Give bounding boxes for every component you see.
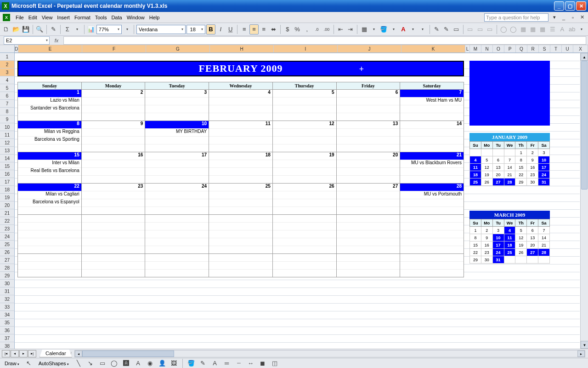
calendar-day-cell[interactable] xyxy=(209,254,273,277)
rectangle-button[interactable]: ▭ xyxy=(97,358,107,368)
mini-day-cell[interactable]: 21 xyxy=(504,171,515,178)
col-o[interactable]: O xyxy=(493,45,504,52)
row-7[interactable]: 7 xyxy=(0,100,15,108)
calendar-day-cell[interactable]: 14 xyxy=(400,121,464,152)
comma-button[interactable]: , xyxy=(303,24,311,34)
fill-color-dropdown[interactable]: ▾ xyxy=(389,24,398,34)
formula-input[interactable] xyxy=(63,36,586,45)
calendar-day-cell[interactable]: 11 xyxy=(209,121,273,152)
col-m[interactable]: M xyxy=(470,45,481,52)
mini-day-cell[interactable]: 8 xyxy=(470,234,481,242)
wordart-button[interactable]: A xyxy=(133,358,143,368)
workbook-icon[interactable]: X xyxy=(3,14,10,21)
mini-day-cell[interactable] xyxy=(481,149,492,156)
calendar-day-cell[interactable]: 7West Ham vs MU xyxy=(400,90,464,121)
mini-day-cell[interactable] xyxy=(515,256,527,264)
mini-day-cell[interactable]: 2 xyxy=(481,227,492,234)
mini-day-cell[interactable]: 14 xyxy=(538,234,550,242)
mini-day-cell[interactable] xyxy=(492,149,504,156)
mini-day-cell[interactable]: 12 xyxy=(481,164,492,171)
mini-day-cell[interactable] xyxy=(504,149,515,156)
row-37[interactable]: 37 xyxy=(0,334,15,342)
calendar-day-cell[interactable]: 22Milan vs CagliariBarcelona vs Espanyol xyxy=(18,184,82,215)
mini-day-cell[interactable]: 24 xyxy=(538,171,550,178)
fx-icon[interactable]: fx xyxy=(50,38,63,43)
mini-day-cell[interactable]: 4 xyxy=(470,156,481,164)
sheet-tab-calendar[interactable]: Calendar xyxy=(40,350,72,357)
currency-button[interactable]: $ xyxy=(283,24,292,34)
row-32[interactable]: 32 xyxy=(0,295,15,303)
calendar-day-cell[interactable]: 26 xyxy=(272,184,336,215)
calendar-day-cell[interactable]: 20 xyxy=(336,152,400,184)
fillcolor-draw-button[interactable]: 🪣 xyxy=(186,358,196,368)
mini-day-cell[interactable]: 9 xyxy=(527,156,538,164)
mini-day-cell[interactable]: 11 xyxy=(470,164,481,171)
calendar-day-cell[interactable]: 18 xyxy=(209,152,273,184)
row-29[interactable]: 29 xyxy=(0,272,15,280)
mini-day-cell[interactable]: 31 xyxy=(538,178,550,186)
calendar-day-cell[interactable]: 21MU vs Blackburn Rovers xyxy=(400,152,464,184)
menu-view[interactable]: View xyxy=(42,15,53,20)
mini-day-cell[interactable]: 29 xyxy=(470,256,481,264)
mini-day-cell[interactable]: 5 xyxy=(481,156,492,164)
mini-day-cell[interactable]: 31 xyxy=(492,256,504,264)
shadow-button[interactable]: ◼ xyxy=(258,358,268,368)
mini-day-cell[interactable]: 4 xyxy=(504,227,515,234)
horizontal-scrollbar[interactable]: ◂ ▸ xyxy=(74,350,585,357)
underline-button[interactable]: U xyxy=(226,24,235,34)
mini-day-cell[interactable] xyxy=(470,149,481,156)
row-21[interactable]: 21 xyxy=(0,209,15,217)
review-btn-3[interactable]: ▭ xyxy=(452,24,461,34)
row-17[interactable]: 17 xyxy=(0,178,15,186)
calendar-day-cell[interactable]: 25 xyxy=(209,184,273,215)
calendar-day-cell[interactable] xyxy=(272,215,336,254)
calendar-title-banner[interactable]: FEBRUARY 2009 + xyxy=(17,61,464,76)
mini-day-cell[interactable]: 3 xyxy=(492,227,504,234)
font-select[interactable]: Verdana xyxy=(136,25,186,34)
mini-day-cell[interactable]: 7 xyxy=(504,156,515,164)
mini-day-cell[interactable]: 22 xyxy=(470,249,481,256)
row-22[interactable]: 22 xyxy=(0,217,15,225)
linecolor-button[interactable]: ✎ xyxy=(198,358,208,368)
decrease-decimal-button[interactable]: .00 xyxy=(322,24,331,34)
mini-day-cell[interactable]: 19 xyxy=(515,242,527,249)
col-e[interactable]: E xyxy=(18,45,82,52)
linestyle-button[interactable]: ═ xyxy=(222,358,232,368)
mini-day-cell[interactable]: 24 xyxy=(492,249,504,256)
calendar-day-cell[interactable] xyxy=(81,215,145,254)
row-15[interactable]: 15 xyxy=(0,162,15,170)
font-color-dropdown[interactable]: ▾ xyxy=(408,24,417,34)
row-headers[interactable]: 1234567891011121314151617181920212223242… xyxy=(0,53,15,349)
align-center-button[interactable]: ≡ xyxy=(249,24,258,34)
calendar-day-cell[interactable]: 3 xyxy=(145,90,209,121)
calendar-day-cell[interactable]: 17 xyxy=(145,152,209,184)
textbox-button[interactable]: 🅰 xyxy=(121,358,131,368)
borders-dropdown[interactable]: ▾ xyxy=(369,24,378,34)
row-14[interactable]: 14 xyxy=(0,155,15,162)
calendar-day-cell[interactable] xyxy=(336,215,400,254)
calendar-day-cell[interactable]: 28MU vs Portsmouth xyxy=(400,184,464,215)
mini-day-cell[interactable]: 1 xyxy=(470,227,481,234)
col-u[interactable]: U xyxy=(562,45,573,52)
tab-nav-last[interactable]: ▸| xyxy=(28,350,36,357)
col-j[interactable]: J xyxy=(338,45,401,52)
font-color-button[interactable]: A xyxy=(399,24,407,34)
mini-day-cell[interactable]: 5 xyxy=(515,227,527,234)
mini-day-cell[interactable] xyxy=(527,256,538,264)
mini-day-cell[interactable]: 14 xyxy=(504,164,515,171)
review-btn-1[interactable]: ✎ xyxy=(432,24,441,34)
col-n[interactable]: N xyxy=(481,45,493,52)
row-1[interactable]: 1 xyxy=(0,53,15,61)
row-3[interactable]: 3 xyxy=(0,69,15,76)
col-f[interactable]: F xyxy=(82,45,146,52)
mini-day-cell[interactable]: 22 xyxy=(515,171,527,178)
print-preview-button[interactable]: 🔍 xyxy=(35,24,44,34)
merge-center-button[interactable]: ⬌ xyxy=(269,24,278,34)
select-all-corner[interactable] xyxy=(0,45,15,52)
calendar-day-cell[interactable]: 10MY BIRTHDAY xyxy=(145,121,209,152)
mini-day-cell[interactable]: 9 xyxy=(481,234,492,242)
align-right-button[interactable]: ≡ xyxy=(260,24,268,34)
calendar-day-cell[interactable]: 23 xyxy=(81,184,145,215)
mini-day-cell[interactable]: 15 xyxy=(515,164,527,171)
fill-color-button[interactable]: 🪣 xyxy=(379,24,388,34)
